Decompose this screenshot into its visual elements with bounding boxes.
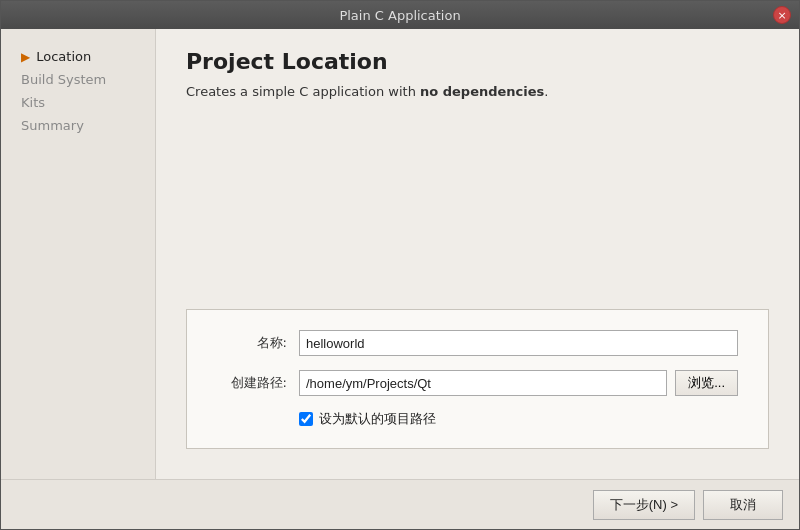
- path-label: 创建路径:: [217, 374, 287, 392]
- titlebar: Plain C Application ×: [1, 1, 799, 29]
- path-row: 创建路径: 浏览...: [217, 370, 738, 396]
- sidebar-item-summary[interactable]: Summary: [1, 114, 155, 137]
- description-suffix: .: [544, 84, 548, 99]
- sidebar-item-kits-label: Kits: [21, 95, 45, 110]
- sidebar-item-build-system-label: Build System: [21, 72, 106, 87]
- sidebar-item-summary-label: Summary: [21, 118, 84, 133]
- path-input[interactable]: [299, 370, 667, 396]
- content-area: ▶ Location Build System Kits Summary Pro…: [1, 29, 799, 479]
- description-bold: no dependencies: [420, 84, 544, 99]
- default-path-checkbox[interactable]: [299, 412, 313, 426]
- name-row: 名称:: [217, 330, 738, 356]
- window-title: Plain C Application: [339, 8, 460, 23]
- name-label: 名称:: [217, 334, 287, 352]
- sidebar-item-kits[interactable]: Kits: [1, 91, 155, 114]
- close-button[interactable]: ×: [773, 6, 791, 24]
- sidebar-item-location-label: Location: [36, 49, 91, 64]
- next-button[interactable]: 下一步(N) >: [593, 490, 695, 520]
- sidebar-item-build-system[interactable]: Build System: [1, 68, 155, 91]
- footer: 下一步(N) > 取消: [1, 479, 799, 529]
- active-arrow-icon: ▶: [21, 50, 30, 64]
- page-title: Project Location: [186, 49, 769, 74]
- cancel-button[interactable]: 取消: [703, 490, 783, 520]
- browse-button[interactable]: 浏览...: [675, 370, 738, 396]
- form-container: 名称: 创建路径: 浏览... 设为默认的项目路径: [186, 309, 769, 449]
- description: Creates a simple C application with no d…: [186, 84, 769, 99]
- main-panel: Project Location Creates a simple C appl…: [156, 29, 799, 479]
- sidebar-item-location[interactable]: ▶ Location: [1, 45, 155, 68]
- sidebar: ▶ Location Build System Kits Summary: [1, 29, 156, 479]
- name-input[interactable]: [299, 330, 738, 356]
- default-path-label[interactable]: 设为默认的项目路径: [319, 410, 436, 428]
- close-icon: ×: [777, 9, 786, 22]
- checkbox-row: 设为默认的项目路径: [217, 410, 738, 428]
- window: Plain C Application × ▶ Location Build S…: [0, 0, 800, 530]
- description-prefix: Creates a simple C application with: [186, 84, 420, 99]
